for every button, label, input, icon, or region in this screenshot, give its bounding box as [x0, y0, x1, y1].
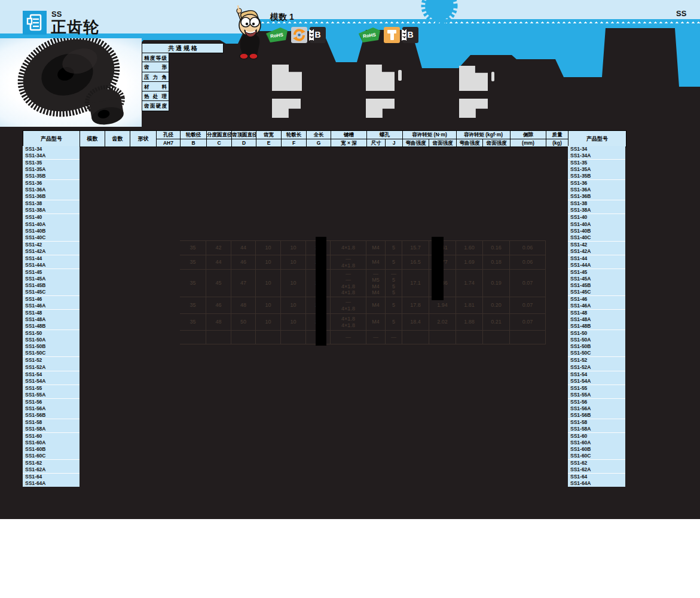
ghost-cell: 15.7 — [402, 241, 429, 255]
model-cell: SS1-46A — [568, 303, 625, 309]
ghost-cell: 10 — [256, 241, 281, 255]
model-group: SS1-35SS1-35ASS1-35B — [23, 160, 80, 180]
ghost-cell: 0.19 — [483, 270, 510, 297]
ghost-cell: 44 — [231, 241, 256, 255]
model-cell: SS1-62 — [568, 460, 625, 466]
model-cell: SS1-36 — [23, 180, 80, 187]
column-label: 分度圆直径 — [207, 131, 231, 139]
ghost-cell: 35 — [180, 255, 206, 269]
model-group: SS1-64SS1-64A — [23, 474, 80, 487]
model-cell: SS1-35 — [568, 160, 625, 166]
ghost-cell — [231, 331, 256, 344]
ghost-cell: 45 — [206, 270, 231, 297]
model-cell: SS1-55A — [568, 392, 625, 398]
model-group: SS1-36SS1-36ASS1-36B — [23, 180, 80, 200]
column-sublabel: 尺寸 — [367, 139, 386, 147]
ghost-cell: 42 — [206, 241, 231, 255]
black-strip — [316, 237, 326, 346]
model-group: SS1-40SS1-40ASS1-40BSS1-40C — [23, 214, 80, 241]
model-cell: SS1-52A — [568, 364, 625, 371]
model-cell: SS1-50B — [568, 343, 625, 350]
column-sublabel: AH7 — [157, 139, 180, 147]
ghost-cell: 1.60 — [456, 241, 483, 255]
common-spec-title: 共 通 规 格 — [142, 43, 224, 53]
model-group: SS1-58SS1-58A — [23, 419, 80, 433]
ghost-cell: 5 — [386, 241, 402, 255]
model-cell: SS1-60B — [23, 446, 80, 453]
ghost-cell: 0.06 — [510, 255, 546, 269]
column-label: 容许转矩 (N·m) — [403, 131, 456, 139]
model-cell: SS1-60A — [23, 440, 80, 446]
model-group: SS1-54SS1-54A — [568, 371, 625, 385]
column-sublabel: E — [256, 139, 281, 147]
model-cell: SS1-60 — [23, 433, 80, 440]
model-group: SS1-44SS1-44A — [568, 255, 625, 269]
diagram-bar — [398, 70, 402, 81]
ghost-cell: M4 — [366, 241, 386, 255]
model-group: SS1-58SS1-58A — [568, 419, 625, 433]
model-cell: SS1-54 — [568, 371, 625, 378]
ghost-row: 354446101020—4×1.8M4516.51.771.690.180.0… — [180, 255, 546, 270]
ghost-cell: ——4×1.84×1.8 — [331, 270, 366, 297]
column-label: 侧隙 — [511, 131, 546, 139]
model-cell: SS1-58A — [568, 426, 625, 432]
model-cell: SS1-50C — [568, 350, 625, 356]
column-sublabel: 宽 × 深 — [331, 139, 366, 147]
model-cell: SS1-42A — [568, 248, 625, 255]
model-cell: SS1-48A — [568, 316, 625, 323]
ghost-cell: 2.02 — [429, 314, 456, 330]
model-cell: SS1-44A — [23, 262, 80, 269]
column-header: 孔径AH7 — [157, 131, 181, 147]
ghost-cell: M4 — [366, 314, 386, 330]
gear-photo — [0, 38, 142, 127]
model-group: SS1-42SS1-42A — [568, 242, 625, 255]
ghost-cell: 0.06 — [510, 241, 546, 255]
model-group: SS1-60SS1-60ASS1-60BSS1-60C — [568, 433, 625, 460]
model-group: SS1-42SS1-42A — [23, 242, 80, 255]
ghost-cell — [206, 331, 231, 344]
ghost-cell: 46 — [206, 297, 231, 313]
model-cell: SS1-40 — [23, 214, 80, 221]
ghost-cell: 5 — [386, 297, 402, 313]
ghost-cell: 17.1 — [402, 270, 429, 297]
column-header: 质量(kg) — [546, 131, 568, 147]
model-cell: SS1-42 — [568, 242, 625, 248]
model-cell: SS1-46A — [23, 303, 80, 309]
model-group: SS1-62SS1-62A — [23, 460, 80, 474]
column-header: 轮毂径B — [181, 131, 207, 147]
model-cell: SS1-50B — [23, 343, 80, 350]
model-cell: SS1-58A — [23, 426, 80, 432]
ghost-cell: — — [366, 331, 386, 344]
model-cell: SS1-34 — [23, 146, 80, 152]
model-cell: SS1-45B — [568, 282, 625, 289]
model-cell: SS1-40C — [23, 234, 80, 241]
ghost-cell: 44 — [206, 255, 231, 269]
model-cell: SS1-35B — [23, 173, 80, 179]
ghost-cell — [180, 331, 206, 344]
model-cell: SS1-45C — [23, 289, 80, 295]
spec-label: 热处理 — [142, 91, 169, 101]
corner-series-label: SS — [676, 9, 686, 18]
model-cell: SS1-48A — [23, 316, 80, 323]
column-sublabel: (kg) — [546, 139, 568, 147]
models-left: SS1-34SS1-34ASS1-35SS1-35ASS1-35BSS1-36S… — [23, 146, 80, 487]
model-cell: SS1-50A — [23, 337, 80, 343]
model-group: SS1-34SS1-34A — [23, 146, 80, 160]
spur-gears-image — [0, 38, 142, 127]
model-cell: SS1-54A — [568, 378, 625, 385]
model-cell: SS1-40B — [23, 228, 80, 234]
column-label: 全长 — [307, 131, 331, 139]
model-cell: SS1-46 — [23, 296, 80, 303]
ghost-cell — [483, 331, 510, 344]
ghost-cell: —4×1.8 — [331, 255, 366, 269]
column-header: 轮毂长F — [282, 131, 307, 147]
column-subheader-row: 尺寸J — [367, 139, 402, 147]
spec-label: 压力角 — [142, 72, 169, 82]
model-cell: SS1-60A — [568, 440, 625, 446]
model-cell: SS1-56B — [23, 412, 80, 419]
model-cell: SS1-40B — [568, 228, 625, 234]
model-group: SS1-54SS1-54A — [23, 371, 80, 385]
model-cell: SS1-50C — [23, 350, 80, 356]
ghost-cell: 35 — [180, 297, 206, 313]
model-cell: SS1-50 — [23, 330, 80, 337]
